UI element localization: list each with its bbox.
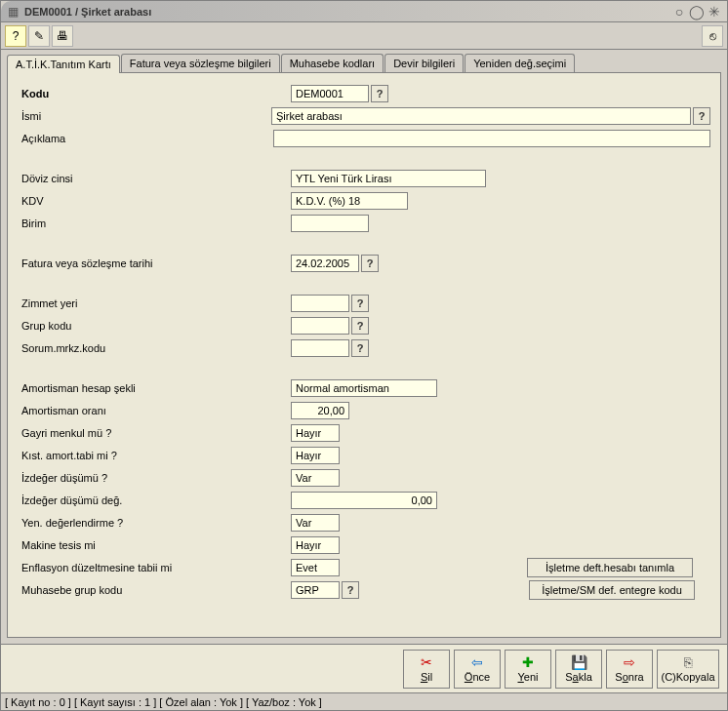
tabs: A.T.İ.K.Tanıtım Kartı Fatura veya sözleş… [1, 50, 727, 72]
label-doviz: Döviz cinsi [18, 173, 291, 184]
btn-isletme-sm[interactable]: İşletme/SM def. entegre kodu [529, 580, 695, 600]
bottom-toolbar: ✂ Sil ⇦ Önce ✚ Yeni 💾 Sakla ⇨ Sonra ⎘ (C… [1, 644, 727, 692]
input-amort-orani[interactable]: 20,00 [291, 402, 349, 419]
form-panel: Kodu DEM0001 ? İsmi Şirket arabası ? Açı… [7, 72, 721, 638]
window-title: DEM0001 / Şirket arabası [24, 6, 670, 18]
btn-kopyala-label: (C)Kopyala [661, 671, 714, 683]
label-zimmet: Zimmet yeri [18, 297, 291, 309]
tab-devir[interactable]: Devir bilgileri [384, 54, 464, 72]
edit-icon[interactable]: ✎ [28, 25, 50, 47]
input-kist[interactable]: Hayır [291, 447, 340, 464]
btn-yeni-label: eni [524, 671, 539, 683]
lookup-kodu[interactable]: ? [371, 85, 388, 102]
btn-sil-label: il [427, 671, 432, 683]
exit-icon[interactable]: ⎋ [702, 25, 723, 47]
input-kodu[interactable]: DEM0001 [291, 85, 369, 102]
btn-sonra[interactable]: ⇨ Sonra [606, 650, 653, 689]
label-amort-orani: Amortisman oranı [18, 405, 291, 416]
lookup-muhasebe-grup[interactable]: ? [342, 581, 359, 599]
input-aciklama[interactable] [273, 130, 710, 147]
label-makine: Makine tesis mi [18, 539, 291, 551]
label-kodu: Kodu [18, 88, 291, 99]
input-grup[interactable] [291, 317, 349, 335]
label-grup: Grup kodu [18, 320, 291, 332]
btn-yeni[interactable]: ✚ Yeni [505, 650, 551, 689]
label-izdeger: İzdeğer düşümü ? [18, 472, 291, 484]
minimize-icon[interactable]: ○ [670, 3, 688, 20]
label-kdv: KDV [18, 195, 291, 207]
tab-muhasebe[interactable]: Muhasebe kodları [281, 54, 384, 72]
label-gayri: Gayri menkul mü ? [18, 427, 291, 439]
input-amort-sekli[interactable]: Normal amortisman [291, 379, 437, 397]
btn-isletme-deft[interactable]: İşletme deft.hesabı tanımla [527, 558, 693, 577]
label-birim: Birim [18, 217, 291, 229]
input-muhasebe-grup[interactable]: GRP [291, 581, 340, 599]
btn-sonra-label: nra [628, 671, 644, 683]
btn-sakla[interactable]: 💾 Sakla [555, 650, 602, 689]
input-fatura-tarih[interactable]: 24.02.2005 [291, 255, 359, 272]
maximize-icon[interactable]: ◯ [688, 3, 706, 20]
input-doviz[interactable]: YTL Yeni Türk Lirası [291, 170, 486, 187]
input-ismi[interactable]: Şirket arabası [271, 107, 691, 125]
help-icon[interactable]: ? [5, 25, 26, 47]
btn-sakla-label: kla [579, 671, 592, 683]
label-sorum: Sorum.mrkz.kodu [18, 342, 291, 354]
save-icon: 💾 [571, 655, 587, 671]
btn-once[interactable]: ⇦ Önce [454, 650, 501, 689]
input-zimmet[interactable] [291, 295, 349, 312]
copy-icon: ⎘ [684, 655, 692, 671]
input-izdeger-deg[interactable]: 0,00 [291, 492, 437, 509]
input-yen-deg[interactable]: Var [291, 514, 340, 532]
tab-yeniden[interactable]: Yeniden değ.seçimi [465, 54, 575, 72]
titlebar: ▦ DEM0001 / Şirket arabası ○ ◯ ✳ [1, 1, 727, 22]
btn-once-label: nce [472, 671, 490, 683]
app-icon: ▦ [5, 4, 20, 20]
input-gayri[interactable]: Hayır [291, 424, 340, 442]
label-izdeger-deg: İzdeğer düşümü değ. [18, 494, 291, 506]
input-enflasyon[interactable]: Evet [291, 559, 340, 576]
label-ismi: İsmi [18, 110, 271, 122]
label-yen-deg: Yen. değerlendirme ? [18, 517, 291, 529]
close-icon[interactable]: ✳ [706, 3, 723, 20]
lookup-sorum[interactable]: ? [351, 339, 369, 357]
label-amort-sekli: Amortisman hesap şekli [18, 382, 291, 394]
lookup-fatura-tarih[interactable]: ? [361, 255, 379, 272]
tab-fatura[interactable]: Fatura veya sözleşme bilgileri [121, 54, 280, 72]
input-makine[interactable]: Hayır [291, 536, 340, 554]
next-icon: ⇨ [624, 655, 635, 671]
prev-icon: ⇦ [471, 655, 483, 671]
label-muhasebe-grup: Muhasebe grup kodu [18, 584, 291, 596]
input-kdv[interactable]: K.D.V. (%) 18 [291, 192, 408, 210]
tab-tanitim[interactable]: A.T.İ.K.Tanıtım Kartı [7, 55, 120, 73]
input-sorum[interactable] [291, 339, 349, 357]
delete-icon: ✂ [421, 655, 432, 671]
lookup-zimmet[interactable]: ? [351, 295, 369, 312]
print-icon[interactable]: 🖶 [52, 25, 73, 47]
window: ▦ DEM0001 / Şirket arabası ○ ◯ ✳ ? ✎ 🖶 ⎋… [0, 0, 728, 711]
status-bar: [ Kayıt no : 0 ] [ Kayıt sayısı : 1 ] [ … [1, 692, 727, 710]
new-icon: ✚ [522, 655, 534, 671]
label-enflasyon: Enflasyon düzeltmesine tabii mi [18, 562, 291, 573]
label-aciklama: Açıklama [18, 133, 273, 144]
label-fatura-tarih: Fatura veya sözleşme tarihi [18, 257, 291, 269]
lookup-ismi[interactable]: ? [693, 107, 710, 125]
btn-kopyala[interactable]: ⎘ (C)Kopyala [657, 650, 719, 689]
lookup-grup[interactable]: ? [351, 317, 369, 335]
toolbar: ? ✎ 🖶 ⎋ [1, 22, 727, 50]
input-birim[interactable] [291, 215, 369, 232]
btn-sil[interactable]: ✂ Sil [403, 650, 450, 689]
label-kist: Kıst. amort.tabi mi ? [18, 450, 291, 461]
input-izdeger[interactable]: Var [291, 469, 340, 487]
